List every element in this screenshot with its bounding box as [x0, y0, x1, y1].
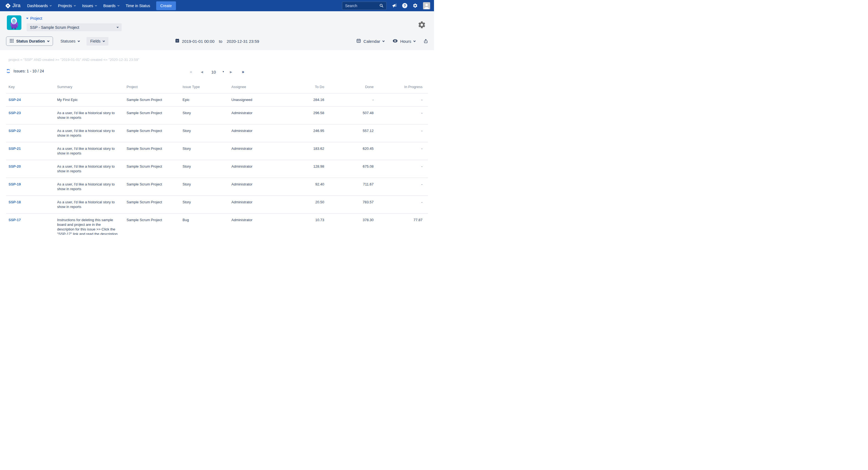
chevron-down-icon: [382, 39, 384, 42]
issue-key-link[interactable]: SSP-20: [8, 164, 21, 168]
cell-issue-type: Story: [183, 142, 231, 160]
cell-project: Sample Scrum Project: [127, 196, 183, 213]
cell-to-do: 296.58: [281, 106, 324, 124]
project-section-label: Project: [30, 16, 42, 21]
calendar-mode-dropdown[interactable]: Calendar: [356, 38, 384, 44]
issue-key-link[interactable]: SSP-23: [8, 111, 21, 115]
report-header-band: Project SSP - Sample Scrum Project Statu…: [0, 11, 434, 50]
cell-key: SSP-23: [6, 106, 57, 124]
search-box[interactable]: [342, 2, 386, 10]
issue-key-link[interactable]: SSP-22: [8, 129, 21, 133]
issue-key-link[interactable]: SSP-18: [8, 200, 21, 204]
issue-key-link[interactable]: SSP-19: [8, 182, 21, 186]
user-avatar[interactable]: [423, 2, 430, 9]
column-header-to-do: To Do: [281, 83, 324, 93]
cell-summary: As a user, I'd like a historical story t…: [57, 160, 127, 178]
cell-done: 378.30: [324, 213, 374, 235]
cell-in-progress: -: [374, 124, 428, 142]
cell-key: SSP-24: [6, 93, 57, 106]
hours-mode-dropdown[interactable]: Hours: [393, 39, 415, 44]
nav-item-projects[interactable]: Projects: [55, 0, 79, 11]
cell-summary: My First Epic: [57, 93, 127, 106]
cell-in-progress: -: [374, 106, 428, 124]
issue-key-link[interactable]: SSP-24: [8, 98, 21, 102]
project-select[interactable]: SSP - Sample Scrum Project: [27, 23, 122, 31]
cell-issue-type: Story: [183, 124, 231, 142]
cell-summary: Instructions for deleting this sample bo…: [57, 213, 127, 235]
cell-done: 675.08: [324, 160, 374, 178]
cell-project: Sample Scrum Project: [127, 142, 183, 160]
eye-icon: [393, 39, 398, 44]
create-button[interactable]: Create: [156, 1, 176, 10]
issue-key-link[interactable]: SSP-21: [8, 146, 21, 150]
cell-key: SSP-18: [6, 196, 57, 213]
search-input[interactable]: [345, 4, 379, 8]
table-header-row: Key Summary Project Issue Type Assignee …: [6, 83, 428, 93]
date-from: 2019-01-01 00:00: [182, 39, 214, 44]
page-size-caret-icon[interactable]: ▼: [222, 71, 224, 73]
project-section-toggle[interactable]: Project: [27, 16, 434, 21]
cell-key: SSP-17: [6, 213, 57, 235]
page-size-value[interactable]: 10: [211, 70, 216, 74]
results-bar: Issues: 1 - 10 / 24 « ◀ 10 ▼ ▶ »: [0, 69, 434, 75]
issues-count: Issues: 1 - 10 / 24: [13, 69, 44, 73]
cell-issue-type: Bug: [183, 213, 231, 235]
cell-project: Sample Scrum Project: [127, 178, 183, 196]
cell-issue-type: Story: [183, 106, 231, 124]
column-header-project: Project: [127, 83, 183, 93]
gear-icon[interactable]: [412, 3, 418, 8]
report-settings-gear-icon[interactable]: [417, 21, 426, 30]
last-page-button[interactable]: »: [242, 70, 244, 74]
refresh-icon[interactable]: [6, 69, 10, 73]
column-header-in-progress: In Progress: [374, 83, 428, 93]
cell-in-progress: -: [374, 93, 428, 106]
chevron-down-icon: [47, 39, 50, 42]
first-page-button[interactable]: «: [190, 70, 192, 74]
cell-done: 783.57: [324, 196, 374, 213]
cell-summary: As a user, I'd like a historical story t…: [57, 196, 127, 213]
jira-logo[interactable]: Jira: [5, 3, 21, 9]
cell-project: Sample Scrum Project: [127, 124, 183, 142]
cell-in-progress: -: [374, 160, 428, 178]
calendar-icon: [175, 38, 180, 44]
cell-assignee: Administrator: [231, 160, 281, 178]
cell-in-progress: -: [374, 142, 428, 160]
column-header-summary: Summary: [57, 83, 127, 93]
cell-done: 620.45: [324, 142, 374, 160]
cell-to-do: 183.62: [281, 142, 324, 160]
grid-icon: [10, 39, 13, 43]
top-navbar: Jira Dashboards Projects Issues Boards T…: [0, 0, 434, 11]
issue-key-link[interactable]: SSP-17: [8, 218, 21, 222]
statuses-dropdown[interactable]: Statuses: [60, 39, 79, 43]
fields-dropdown[interactable]: Fields: [87, 37, 108, 45]
cell-key: SSP-20: [6, 160, 57, 178]
export-button[interactable]: [424, 39, 428, 43]
table-row: SSP-19 As a user, I'd like a historical …: [6, 178, 428, 196]
report-type-label: Status Duration: [16, 39, 45, 43]
chevron-down-icon: [413, 39, 415, 42]
cell-key: SSP-21: [6, 142, 57, 160]
cell-to-do: 10.73: [281, 213, 324, 235]
cell-to-do: 284.16: [281, 93, 324, 106]
report-type-button[interactable]: Status Duration: [6, 36, 53, 46]
table-row: SSP-20 As a user, I'd like a historical …: [6, 160, 428, 178]
nav-item-boards[interactable]: Boards: [100, 0, 122, 11]
cell-to-do: 20.50: [281, 196, 324, 213]
nav-item-dashboards[interactable]: Dashboards: [24, 0, 55, 11]
cell-assignee: Administrator: [231, 178, 281, 196]
nav-item-issues[interactable]: Issues: [79, 0, 100, 11]
cell-assignee: Administrator: [231, 106, 281, 124]
cell-issue-type: Story: [183, 196, 231, 213]
cell-summary: As a user, I'd like a historical story t…: [57, 106, 127, 124]
report-toolbar: Status Duration Statuses Fields 2019-01-…: [0, 36, 434, 46]
next-page-button[interactable]: ▶: [230, 70, 232, 73]
prev-page-button[interactable]: ◀: [201, 70, 203, 73]
table-row: SSP-22 As a user, I'd like a historical …: [6, 124, 428, 142]
nav-item-time-in-status[interactable]: Time in Status: [122, 0, 153, 11]
date-range-button[interactable]: 2019-01-01 00:00 to 2020-12-31 23:59: [175, 38, 259, 44]
cell-key: SSP-19: [6, 178, 57, 196]
help-icon[interactable]: ?: [402, 3, 407, 8]
feedback-megaphone-icon[interactable]: [392, 3, 397, 8]
search-icon[interactable]: [379, 4, 383, 8]
table-row: SSP-18 As a user, I'd like a historical …: [6, 196, 428, 213]
